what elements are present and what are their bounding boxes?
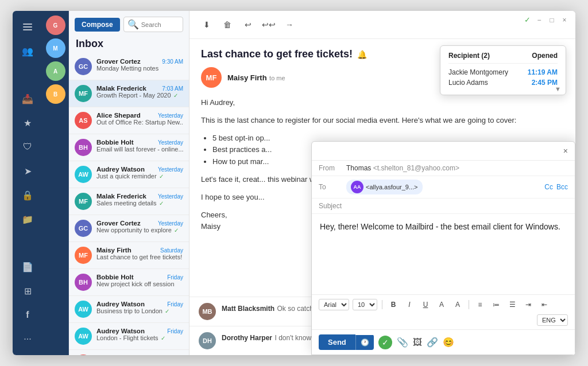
grid-icon[interactable]: ⊞ bbox=[17, 281, 38, 301]
app-window: 👥 📥 ★ 🛡 ➤ 🔒 📁 📄 ⊞ f ··· G M A B Compose … bbox=[13, 11, 575, 355]
email-list-item[interactable]: MF Malak Frederick 7:03 AM Growth Report… bbox=[69, 80, 189, 107]
send-dropdown-button[interactable]: 🕐 bbox=[355, 335, 374, 350]
account-avatar-0[interactable]: G bbox=[46, 15, 65, 35]
send-icon[interactable]: ➤ bbox=[17, 161, 38, 181]
account-avatar-1[interactable]: M bbox=[46, 38, 65, 58]
align-button[interactable]: ≡ bbox=[474, 298, 486, 311]
indent-button[interactable]: ⇥ bbox=[522, 298, 535, 311]
account-avatar-3[interactable]: B bbox=[46, 84, 65, 104]
email-list-item[interactable]: MF Malak Frederick Yesterday Sales meeti… bbox=[69, 188, 189, 215]
maximize-button[interactable]: □ bbox=[548, 16, 556, 24]
reply-icon[interactable]: ↩ bbox=[240, 17, 256, 33]
sidebar-icons: 👥 📥 ★ 🛡 ➤ 🔒 📁 📄 ⊞ f ··· bbox=[13, 11, 42, 355]
opened-tooltip: Recipient (2) Opened Jackie Montgomery11… bbox=[440, 45, 566, 95]
email-sender: Grover Cortez bbox=[96, 220, 141, 227]
email-sender: Grover Cortez bbox=[96, 58, 141, 65]
doc-icon[interactable]: 📄 bbox=[17, 256, 38, 277]
email-subject: Out of Office Re: Startup New... bbox=[96, 119, 183, 126]
email-list-item[interactable]: AW Audrey Watson Yesterday Just a quick … bbox=[69, 161, 189, 188]
check-icon: ✓ bbox=[165, 308, 169, 314]
lock-icon[interactable]: 🔒 bbox=[17, 185, 38, 205]
send-confirm-button[interactable]: ✓ bbox=[378, 336, 392, 349]
bell-icon: 🔔 bbox=[357, 50, 367, 59]
email-sender: Alice Shepard bbox=[96, 355, 141, 355]
sender-to: to me bbox=[269, 75, 285, 81]
minimize-button[interactable]: − bbox=[535, 16, 543, 24]
compose-subject-field[interactable]: Subject bbox=[312, 198, 575, 214]
more-icon[interactable]: ··· bbox=[17, 329, 38, 349]
bcc-label[interactable]: Bcc bbox=[556, 183, 568, 191]
email-time: Friday bbox=[167, 355, 183, 356]
compose-body[interactable]: Hey, there! Welcome to Mailbird - the be… bbox=[312, 214, 575, 294]
close-button[interactable]: × bbox=[560, 16, 568, 24]
email-list-item[interactable]: AW Audrey Watson Friday Business trip to… bbox=[69, 296, 189, 323]
tooltip-header: Recipient (2) Opened bbox=[448, 52, 558, 64]
email-time: Yesterday bbox=[158, 193, 183, 200]
account-avatar-2[interactable]: A bbox=[46, 61, 65, 81]
highlight-button[interactable]: A bbox=[451, 298, 464, 311]
underline-button[interactable]: U bbox=[419, 298, 432, 311]
font-size-select[interactable]: 10 bbox=[353, 299, 377, 310]
star-icon[interactable]: ★ bbox=[17, 112, 38, 133]
email-time: Friday bbox=[167, 274, 183, 281]
bold-button[interactable]: B bbox=[387, 298, 400, 311]
check-icon: ✓ bbox=[159, 200, 164, 207]
email-list-item[interactable]: AS Alice Shepard Friday Invitation: Prod… bbox=[69, 350, 189, 355]
reply-all-icon[interactable]: ↩↩ bbox=[261, 17, 277, 33]
compose-close-button[interactable]: × bbox=[563, 146, 568, 155]
email-subject: Just a quick reminder ✓ bbox=[96, 173, 183, 180]
email-list-item[interactable]: GC Grover Cortez 9:30 AM Monday Metting … bbox=[69, 53, 189, 80]
send-button[interactable]: Send bbox=[319, 334, 355, 350]
email-subject: Email will last forever - online... ✓ bbox=[96, 146, 183, 153]
forward-icon[interactable]: → bbox=[281, 17, 297, 33]
attachment-button[interactable]: 📎 bbox=[397, 337, 408, 348]
compose-header: × bbox=[312, 142, 575, 161]
people-icon[interactable]: 👥 bbox=[17, 41, 38, 61]
compose-to-chip: AA <allya.asfour_9...> bbox=[346, 180, 423, 194]
link-button[interactable]: 🔗 bbox=[427, 337, 438, 348]
email-list-item[interactable]: AW Audrey Watson Friday London - Flight … bbox=[69, 323, 189, 350]
outdent-button[interactable]: ⇤ bbox=[538, 298, 551, 311]
font-color-button[interactable]: A bbox=[435, 298, 448, 311]
send-button-group: Send 🕐 bbox=[319, 334, 374, 350]
folder-icon[interactable]: 📁 bbox=[17, 209, 38, 229]
email-list-item[interactable]: BH Bobbie Holt Yesterday Email will last… bbox=[69, 134, 189, 161]
email-time: Friday bbox=[167, 328, 183, 334]
emoji-button[interactable]: 😊 bbox=[443, 337, 454, 348]
check-icon: ✓ bbox=[173, 92, 178, 99]
tooltip-time: 2:45 PM bbox=[532, 79, 558, 87]
email-subject: Monday Metting notes bbox=[96, 65, 183, 72]
download-icon[interactable]: ⬇ bbox=[199, 17, 215, 33]
delete-icon[interactable]: 🗑 bbox=[219, 17, 235, 33]
email-toolbar: ⬇ 🗑 ↩ ↩↩ → bbox=[189, 11, 575, 39]
search-input[interactable] bbox=[141, 21, 179, 28]
email-sender: Malak Frederick bbox=[96, 193, 146, 200]
fb-icon[interactable]: f bbox=[17, 305, 38, 325]
email-list-item[interactable]: MF Maisy Firth Saturday Last chance to g… bbox=[69, 242, 189, 269]
shield-icon[interactable]: 🛡 bbox=[17, 137, 38, 157]
tooltip-row: Jackie Montgomery11:19 AM bbox=[448, 68, 558, 76]
sender-avatar: MF bbox=[201, 67, 222, 88]
list-ol-button[interactable]: ≔ bbox=[490, 298, 502, 311]
compose-button[interactable]: Compose bbox=[75, 18, 120, 32]
email-list-item[interactable]: BH Bobbie Holt Friday New project kick o… bbox=[69, 269, 189, 296]
tooltip-time: 11:19 AM bbox=[528, 68, 558, 76]
window-controls: ✓ − □ × bbox=[524, 15, 568, 24]
compose-cc-bcc[interactable]: Cc Bcc bbox=[544, 183, 568, 191]
email-list-item[interactable]: GC Grover Cortez Yesterday New opportuni… bbox=[69, 215, 189, 242]
thread-sender: Dorothy Harper bbox=[222, 334, 272, 342]
list-ul-button[interactable]: ☰ bbox=[506, 298, 519, 311]
check-icon: ✓ bbox=[159, 173, 164, 180]
sender-name: Maisy Firth bbox=[227, 73, 267, 82]
cc-label[interactable]: Cc bbox=[544, 183, 553, 191]
language-select[interactable]: ENG bbox=[537, 314, 568, 326]
hamburger-icon[interactable] bbox=[17, 17, 38, 37]
email-list-item[interactable]: AS Alice Shepard Yesterday Out of Office… bbox=[69, 107, 189, 134]
email-time: Yesterday bbox=[158, 139, 183, 146]
italic-button[interactable]: I bbox=[403, 298, 416, 311]
font-family-select[interactable]: Arial bbox=[319, 299, 349, 310]
compose-to-field[interactable]: To AA <allya.asfour_9...> Cc Bcc bbox=[312, 176, 575, 198]
inbox-icon[interactable]: 📥 bbox=[17, 88, 38, 109]
image-button[interactable]: 🖼 bbox=[413, 337, 422, 348]
search-bar[interactable]: 🔍 bbox=[123, 17, 183, 32]
